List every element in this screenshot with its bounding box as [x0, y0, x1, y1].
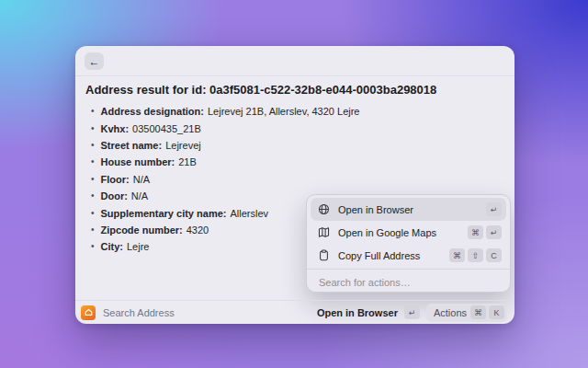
- action-item-label: Open in Google Maps: [338, 227, 436, 238]
- bullet-icon: •: [91, 242, 95, 251]
- home-icon: [81, 305, 96, 320]
- key-badge: ⌘: [449, 248, 465, 262]
- key-badge: ↵: [486, 225, 502, 239]
- action-item-open-in-browser[interactable]: Open in Browser↵: [311, 198, 506, 221]
- bullet-icon: •: [91, 209, 95, 218]
- bullet-icon: •: [91, 107, 95, 116]
- field-label: City: [101, 241, 123, 252]
- action-item-open-in-google-maps[interactable]: Open in Google Maps⌘↵: [311, 221, 506, 244]
- address-field-row: •Street nameLejrevej: [85, 137, 502, 154]
- actions-panel: Open in Browser↵Open in Google Maps⌘↵Cop…: [306, 194, 511, 293]
- desktop-background: ← Address result for id: 0a3f5081-c522-3…: [0, 0, 588, 368]
- field-label: House number: [101, 156, 175, 167]
- field-value: 4320: [187, 224, 209, 236]
- address-field-row: •Kvhx03500435_21B: [85, 120, 502, 136]
- bullet-icon: •: [91, 141, 95, 150]
- action-search-row: [311, 270, 506, 294]
- field-value: Lejre: [127, 241, 149, 252]
- field-value: 03500435_21B: [132, 123, 201, 134]
- globe-icon: [318, 203, 330, 215]
- address-field-row: •FloorN/A: [85, 171, 502, 188]
- actions-menu-label: Actions: [434, 307, 467, 318]
- launcher-window: ← Address result for id: 0a3f5081-c522-3…: [75, 46, 514, 324]
- field-label: Supplementary city name: [101, 208, 227, 219]
- field-label: Address designation: [101, 106, 204, 117]
- action-item-label: Copy Full Address: [338, 250, 420, 261]
- actions-menu-button[interactable]: Actions ⌘K: [426, 304, 507, 322]
- primary-action-button[interactable]: Open in Browser: [317, 307, 398, 318]
- clipboard-icon: [318, 249, 330, 261]
- window-header: ←: [75, 46, 514, 76]
- footer-bar: Search Address Open in Browser ↵ Actions…: [75, 300, 514, 324]
- bullet-icon: •: [91, 175, 95, 184]
- key-badge: K: [489, 305, 504, 319]
- actions-menu-keys: ⌘K: [470, 305, 504, 319]
- action-item-label: Open in Browser: [338, 204, 413, 215]
- key-badge: ↵: [486, 202, 502, 216]
- back-button[interactable]: ←: [85, 52, 104, 70]
- command-name-label: Search Address: [103, 307, 175, 318]
- footer-actions: Open in Browser ↵ Actions ⌘K: [317, 304, 507, 322]
- field-value: 21B: [178, 156, 197, 167]
- field-label: Floor: [101, 174, 130, 185]
- bullet-icon: •: [91, 124, 95, 133]
- key-badge-return: ↵: [404, 305, 420, 319]
- page-title: Address result for id: 0a3f5081-c522-32b…: [85, 83, 502, 97]
- map-icon: [318, 226, 330, 238]
- bullet-icon: •: [91, 157, 95, 167]
- action-item-copy-full-address[interactable]: Copy Full Address⌘⇧C: [311, 244, 506, 267]
- key-badge: ⌘: [470, 305, 486, 319]
- address-field-row: •Address designationLejrevej 21B, Allers…: [85, 103, 502, 120]
- back-arrow-icon: ←: [89, 55, 100, 68]
- field-value: N/A: [131, 190, 148, 201]
- bullet-icon: •: [91, 191, 95, 201]
- field-value: Lejrevej 21B, Allerslev, 4320 Lejre: [208, 106, 360, 117]
- field-value: Allerslev: [230, 208, 268, 219]
- key-badge: C: [486, 248, 502, 262]
- field-value: N/A: [133, 174, 150, 185]
- key-badge: ⇧: [468, 248, 483, 262]
- address-field-row: •House number21B: [85, 154, 502, 170]
- action-item-shortcut: ⌘⇧C: [449, 248, 502, 262]
- field-value: Lejrevej: [165, 140, 201, 151]
- action-search-input[interactable]: [311, 270, 506, 294]
- action-item-shortcut: ⌘↵: [468, 225, 502, 239]
- field-label: Kvhx: [101, 123, 130, 134]
- actions-list: Open in Browser↵Open in Google Maps⌘↵Cop…: [311, 198, 506, 267]
- action-item-shortcut: ↵: [486, 202, 502, 216]
- field-label: Door: [101, 190, 128, 201]
- key-badge: ⌘: [468, 225, 483, 239]
- bullet-icon: •: [91, 225, 95, 235]
- field-label: Zipcode number: [101, 224, 183, 236]
- field-label: Street name: [101, 140, 163, 151]
